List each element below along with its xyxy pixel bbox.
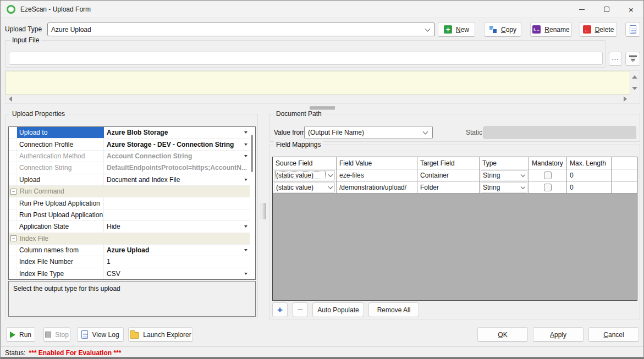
property-row-upload-to[interactable]: Upload to Azure Blob Storage bbox=[9, 127, 255, 139]
minimize-icon bbox=[579, 9, 585, 10]
close-button[interactable]: × bbox=[619, 1, 643, 18]
source-field-combobox[interactable]: (static value) bbox=[274, 170, 335, 180]
input-file-field[interactable] bbox=[9, 52, 603, 65]
scroll-up-icon[interactable] bbox=[632, 75, 637, 79]
scroll-right-icon[interactable] bbox=[624, 96, 627, 102]
scrollbar-thumb[interactable] bbox=[251, 135, 253, 172]
section-row-index-file[interactable]: − Index File bbox=[9, 233, 255, 245]
status-message: *** Enabled For Evaluation *** bbox=[29, 349, 121, 357]
status-label: Status: bbox=[5, 349, 25, 357]
target-field-cell[interactable]: Folder bbox=[417, 181, 480, 194]
row-gutter bbox=[9, 162, 17, 173]
view-log-button[interactable]: View Log bbox=[77, 327, 124, 342]
header-target-field[interactable]: Target Field bbox=[417, 157, 480, 169]
property-description-box: Select the output type for this upload bbox=[8, 281, 256, 317]
dropdown-arrow-icon[interactable] bbox=[244, 131, 247, 134]
collapse-icon[interactable]: − bbox=[10, 189, 16, 195]
preview-list[interactable] bbox=[5, 71, 630, 95]
mandatory-checkbox[interactable] bbox=[544, 184, 552, 191]
upload-type-combobox[interactable]: Azure Upload bbox=[47, 23, 435, 36]
new-button[interactable]: + New bbox=[438, 22, 475, 37]
header-field-value[interactable]: Field Value bbox=[337, 157, 417, 169]
property-row-upload[interactable]: Upload Document and Index File bbox=[9, 174, 255, 186]
mandatory-checkbox[interactable] bbox=[544, 172, 552, 179]
field-value-cell[interactable]: /demonstration/upload/ bbox=[337, 181, 417, 194]
mandatory-cell bbox=[529, 169, 567, 181]
row-gutter bbox=[9, 256, 17, 267]
row-gutter bbox=[9, 209, 17, 220]
filter-icon bbox=[629, 56, 637, 62]
vertical-splitter-grip[interactable] bbox=[261, 203, 266, 219]
run-button[interactable]: Run bbox=[6, 327, 35, 342]
horizontal-scrollbar[interactable] bbox=[5, 95, 630, 103]
header-type[interactable]: Type bbox=[480, 157, 529, 169]
source-field-value: (static value) bbox=[276, 184, 313, 191]
table-row[interactable]: (static value) /demonstration/upload/ Fo… bbox=[273, 181, 637, 194]
dropdown-arrow-icon[interactable] bbox=[244, 143, 247, 146]
property-label: Connection String bbox=[19, 164, 71, 172]
remove-row-button[interactable]: − bbox=[293, 302, 308, 317]
stop-button[interactable]: Stop bbox=[43, 327, 70, 342]
ok-button[interactable]: OK bbox=[477, 327, 528, 342]
property-value: Azure Storage - DEV - Connection String bbox=[107, 141, 234, 148]
value-from-combobox[interactable]: (Output File Name) bbox=[304, 126, 433, 139]
titlebar: EzeScan - Upload Form × bbox=[1, 1, 643, 18]
property-row-connection-profile[interactable]: Connection Profile Azure Storage - DEV -… bbox=[9, 139, 255, 150]
property-label: Run Pre Upload Application bbox=[19, 200, 100, 207]
max-length-cell[interactable]: 0 bbox=[567, 169, 612, 181]
delete-button-label: Delete bbox=[595, 26, 614, 34]
auto-populate-label: Auto Populate bbox=[317, 306, 359, 314]
browse-button[interactable]: ... bbox=[609, 52, 622, 66]
property-row-application-state[interactable]: Application State Hide bbox=[9, 221, 255, 233]
browse-button-label: ... bbox=[612, 54, 619, 62]
scroll-left-icon[interactable] bbox=[9, 96, 12, 102]
field-value-cell[interactable]: eze-files bbox=[337, 169, 417, 181]
filter-button[interactable] bbox=[625, 52, 640, 66]
new-icon: + bbox=[444, 25, 452, 34]
target-field-cell[interactable]: Container bbox=[417, 169, 480, 181]
scroll-down-icon[interactable] bbox=[632, 87, 637, 90]
property-row-index-file-number[interactable]: Index File Number 1 bbox=[9, 256, 255, 268]
document-notes-button[interactable] bbox=[625, 22, 640, 37]
dropdown-arrow-icon[interactable] bbox=[244, 179, 247, 181]
launch-explorer-button[interactable]: Launch Explorer bbox=[128, 327, 193, 342]
apply-button[interactable]: Apply bbox=[533, 327, 584, 342]
property-row-column-names-from[interactable]: Column names from Azure Upload bbox=[9, 245, 255, 256]
add-row-button[interactable]: + bbox=[272, 302, 288, 317]
source-field-cell: (static value) bbox=[273, 181, 337, 194]
minimize-button[interactable] bbox=[569, 1, 594, 18]
rename-button[interactable]: I... Rename bbox=[530, 22, 572, 37]
source-field-combobox[interactable]: (static value) bbox=[274, 183, 335, 192]
dropdown-arrow-icon[interactable] bbox=[244, 249, 247, 251]
close-icon: × bbox=[629, 5, 634, 14]
auto-populate-button[interactable]: Auto Populate bbox=[312, 302, 364, 317]
header-source-field[interactable]: Source Field bbox=[273, 157, 337, 169]
section-row-run-command[interactable]: − Run Command bbox=[9, 186, 255, 197]
static-value-field bbox=[483, 126, 636, 139]
property-row-run-post-upload[interactable]: Run Post Upload Application bbox=[9, 209, 255, 221]
type-combobox[interactable]: String bbox=[481, 183, 527, 192]
row-gutter bbox=[9, 127, 17, 138]
mandatory-cell bbox=[529, 181, 567, 194]
header-mandatory[interactable]: Mandatory bbox=[529, 157, 567, 169]
vertical-scrollbar[interactable] bbox=[630, 71, 640, 95]
header-max-length[interactable]: Max. Length bbox=[567, 157, 612, 169]
copy-button[interactable]: Copy bbox=[484, 22, 521, 37]
table-row[interactable]: (static value) eze-files Container Strin… bbox=[273, 169, 637, 181]
remove-all-button[interactable]: Remove All bbox=[368, 302, 419, 317]
collapse-icon[interactable]: − bbox=[10, 235, 16, 241]
dropdown-arrow-icon[interactable] bbox=[244, 225, 247, 228]
max-length-cell[interactable]: 0 bbox=[567, 181, 612, 194]
folder-icon bbox=[130, 332, 139, 339]
property-row-index-file-type[interactable]: Index File Type CSV bbox=[9, 268, 255, 279]
property-row-run-pre-upload[interactable]: Run Pre Upload Application bbox=[9, 197, 255, 209]
cancel-button[interactable]: Cancel bbox=[588, 327, 639, 342]
field-value-text: eze-files bbox=[339, 172, 364, 179]
property-grid-scrollbar[interactable] bbox=[250, 127, 255, 279]
delete-button[interactable]: ← Delete bbox=[580, 22, 617, 37]
header-blank bbox=[612, 157, 637, 169]
dropdown-arrow-icon[interactable] bbox=[244, 273, 247, 275]
maximize-button[interactable] bbox=[594, 1, 619, 18]
type-combobox[interactable]: String bbox=[481, 170, 527, 180]
run-button-label: Run bbox=[19, 331, 31, 339]
